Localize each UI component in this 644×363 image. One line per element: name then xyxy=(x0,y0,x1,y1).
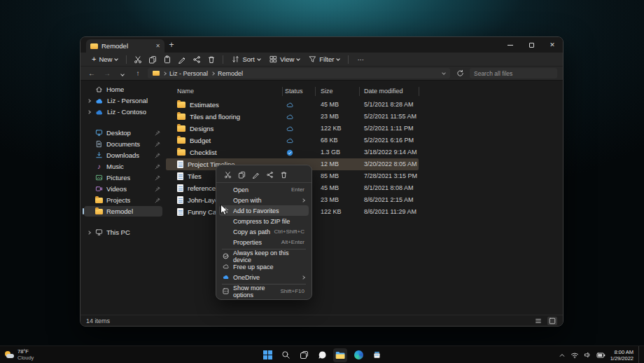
copy-button[interactable] xyxy=(236,169,247,180)
view-icon xyxy=(270,55,277,63)
file-explorer-button[interactable] xyxy=(333,348,347,362)
new-label: New xyxy=(99,55,112,63)
sidebar-item-documents[interactable]: Documents xyxy=(84,139,162,149)
sidebar-item-projects[interactable]: Projects xyxy=(84,195,162,205)
tab-remodel[interactable]: Remodel ✕ xyxy=(86,39,164,53)
paste-button[interactable] xyxy=(160,54,174,65)
file-row-tiles-and-flooring[interactable]: Tiles and flooring 23 MB 5/2/2021 11:55 … xyxy=(166,111,419,123)
column-divider[interactable] xyxy=(282,87,283,96)
chevron-right-icon xyxy=(87,110,91,114)
sidebar-item-home[interactable]: Home xyxy=(84,84,162,95)
sort-button[interactable]: Sort xyxy=(227,54,264,64)
edge-icon xyxy=(354,350,363,359)
menu-item-open[interactable]: Open Enter xyxy=(219,184,309,195)
column-divider[interactable] xyxy=(359,87,360,96)
rename-button[interactable] xyxy=(250,169,261,180)
sidebar-item-music[interactable]: ♪ Music xyxy=(84,161,162,172)
sidebar-item-liz-personal[interactable]: Liz - Personal xyxy=(84,95,162,106)
volume-icon[interactable] xyxy=(584,351,592,359)
share-button[interactable] xyxy=(264,169,275,180)
menu-item-add-to-favorites[interactable]: Add to Favorites xyxy=(219,205,309,216)
maximize-button[interactable] xyxy=(521,37,542,53)
file-row-estimates[interactable]: Estimates 45 MB 5/1/2021 8:28 AM xyxy=(166,99,419,111)
file-icon xyxy=(177,208,183,216)
address-dropdown-icon[interactable] xyxy=(442,71,446,75)
copy-button[interactable] xyxy=(146,54,160,65)
sidebar-item-pictures[interactable]: Pictures xyxy=(84,172,162,183)
share-button[interactable] xyxy=(190,54,204,65)
sidebar-item-desktop[interactable]: Desktop xyxy=(84,128,162,138)
minimize-button[interactable] xyxy=(500,37,521,53)
wifi-icon[interactable] xyxy=(570,352,579,359)
context-menu: Open Enter Open with Add to Favorites Co… xyxy=(216,165,312,300)
chevron-right-icon xyxy=(87,231,91,235)
menu-item-properties[interactable]: Properties Alt+Enter xyxy=(219,237,309,247)
sidebar-item-downloads[interactable]: Downloads xyxy=(84,150,162,160)
large-icons-view-button[interactable] xyxy=(547,317,557,325)
menu-item-free-up-space[interactable]: Free up space xyxy=(219,261,309,272)
weather-icon xyxy=(4,351,14,359)
more-options-button[interactable]: ··· xyxy=(353,54,368,64)
back-button[interactable]: ← xyxy=(86,69,97,77)
column-divider[interactable] xyxy=(419,87,419,96)
share-icon xyxy=(266,171,274,179)
file-row-checklist[interactable]: Checklist 1.3 GB 3/18/2022 9:14 AM xyxy=(166,146,419,158)
taskbar-clock[interactable]: 8:00 AM 1/29/2022 xyxy=(610,349,634,362)
file-row-designs[interactable]: Designs 122 KB 5/2/2021 1:11 PM xyxy=(166,123,419,135)
cut-button[interactable] xyxy=(222,169,233,180)
column-header-name[interactable]: Name xyxy=(177,88,194,95)
new-tab-button[interactable]: + xyxy=(164,37,178,53)
new-button[interactable]: + New xyxy=(88,54,122,64)
menu-item-copy-as-path[interactable]: Copy as path Ctrl+Shift+C xyxy=(219,226,309,237)
refresh-button[interactable] xyxy=(454,68,465,79)
view-button[interactable]: View xyxy=(265,54,304,64)
delete-button[interactable] xyxy=(204,54,218,65)
show-desktop-button[interactable] xyxy=(638,346,640,363)
cut-button[interactable] xyxy=(131,54,145,65)
file-row-budget[interactable]: Budget 68 KB 5/2/2021 6:16 PM xyxy=(166,135,419,146)
details-view-button[interactable] xyxy=(533,317,543,325)
column-header-size[interactable]: Size xyxy=(321,88,333,95)
file-icon xyxy=(177,160,183,168)
search-box[interactable] xyxy=(470,68,557,78)
hidden-icons-chevron-icon[interactable] xyxy=(559,352,566,359)
sidebar-item-videos[interactable]: Videos xyxy=(84,184,162,194)
menu-item-always-keep-on-device[interactable]: Always keep on this device xyxy=(219,251,309,261)
battery-icon[interactable] xyxy=(596,352,606,359)
close-button[interactable]: ✕ xyxy=(542,37,563,53)
menu-item-compress-to-zip[interactable]: Compress to ZIP file xyxy=(219,216,309,226)
status-synced-icon xyxy=(286,149,293,156)
menu-item-show-more-options[interactable]: Show more options Shift+F10 xyxy=(219,286,309,296)
context-menu-quick-actions xyxy=(216,168,312,183)
breadcrumb-segment[interactable]: Liz - Personal xyxy=(169,70,208,77)
search-button[interactable] xyxy=(279,348,293,362)
column-header-date-modified[interactable]: Date modified xyxy=(364,88,403,95)
main-content: Home Liz - Personal Liz - Contoso Deskto… xyxy=(80,81,563,315)
breadcrumb-segment[interactable]: Remodel xyxy=(218,70,243,77)
filter-icon xyxy=(309,55,316,63)
filter-button[interactable]: Filter xyxy=(304,54,344,64)
menu-item-onedrive[interactable]: OneDrive xyxy=(219,272,309,282)
forward-button[interactable]: → xyxy=(102,69,113,77)
paste-icon xyxy=(163,55,172,64)
delete-button[interactable] xyxy=(278,169,289,180)
up-button[interactable]: ↑ xyxy=(132,69,144,77)
chevron-down-icon xyxy=(296,57,300,61)
menu-item-open-with[interactable]: Open with xyxy=(219,195,309,205)
sidebar-item-liz-contoso[interactable]: Liz - Contoso xyxy=(84,107,162,117)
rename-button[interactable] xyxy=(175,54,189,65)
search-input[interactable] xyxy=(474,70,553,77)
column-divider[interactable] xyxy=(315,87,316,96)
task-view-button[interactable] xyxy=(297,348,311,362)
recent-locations-button[interactable] xyxy=(117,69,128,77)
chat-button[interactable] xyxy=(315,348,329,362)
weather-widget[interactable]: 78°F Cloudy xyxy=(4,346,34,363)
start-button[interactable] xyxy=(260,348,274,362)
sidebar-item-remodel[interactable]: Remodel xyxy=(84,206,162,217)
store-button[interactable] xyxy=(370,348,384,362)
edge-button[interactable] xyxy=(351,348,365,362)
tab-close-icon[interactable]: ✕ xyxy=(155,43,160,49)
sidebar-item-this-pc[interactable]: This PC xyxy=(84,227,162,238)
breadcrumb[interactable]: Liz - Personal Remodel xyxy=(148,68,450,78)
column-header-status[interactable]: Status xyxy=(285,88,303,95)
